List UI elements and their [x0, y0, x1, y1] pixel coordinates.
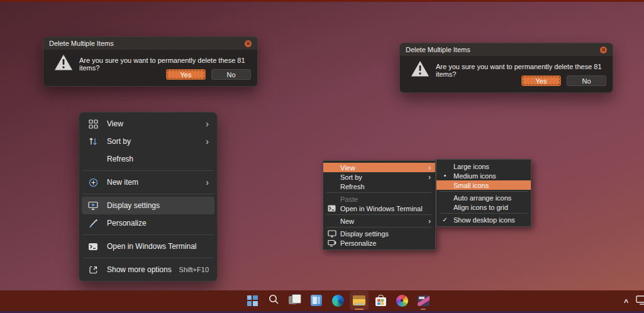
chevron-up-icon[interactable]: ∧ — [623, 297, 629, 304]
widgets-icon — [311, 295, 322, 306]
chevron-right-icon: › — [206, 137, 209, 146]
menu-item-auto-arrange-icons[interactable]: Auto arrange icons — [436, 193, 531, 202]
grid-icon — [87, 119, 99, 129]
menu-item-label: Show more options — [107, 265, 172, 274]
menu-separator — [326, 192, 432, 193]
classic-context-menu: View › Sort by › Refresh Paste Open in W… — [323, 160, 436, 250]
display-icon — [323, 230, 340, 238]
win11-context-menu: View › Sort by › Refresh New item › — [79, 112, 218, 282]
edge-button[interactable] — [328, 291, 347, 310]
menu-item-label: Refresh — [107, 155, 133, 163]
widgets-button[interactable] — [307, 291, 326, 310]
menu-item-label: Auto arrange icons — [453, 194, 511, 202]
menu-item-medium-icons[interactable]: • Medium icons — [436, 171, 531, 180]
search-icon — [268, 294, 279, 307]
close-icon[interactable]: ✕ — [245, 40, 252, 47]
desktop: Delete Multiple Items ✕ Are you sure you… — [0, 0, 644, 313]
delete-dialog-left: Delete Multiple Items ✕ Are you sure you… — [43, 36, 258, 87]
media-app-icon — [418, 295, 430, 306]
store-button[interactable] — [371, 291, 390, 310]
taskbar: ∧ — [0, 290, 644, 311]
menu-item-label: Open in Windows Terminal — [340, 205, 423, 212]
menu-item-paste[interactable]: Paste — [323, 194, 435, 204]
menu-item-display-settings[interactable]: Display settings — [82, 197, 214, 214]
menu-separator — [440, 213, 528, 214]
menu-item-view[interactable]: View › — [323, 163, 435, 172]
menu-item-sort-by[interactable]: Sort by › — [323, 172, 435, 182]
menu-item-align-icons-to-grid[interactable]: Align icons to grid — [436, 202, 531, 212]
menu-item-refresh[interactable]: Refresh — [323, 182, 435, 191]
menu-item-label: Display settings — [107, 201, 160, 210]
menu-item-show-more-options[interactable]: Show more options Shift+F10 — [82, 261, 214, 278]
chevron-right-icon: › — [428, 217, 431, 225]
dialog-body: Are you sure you want to permanently del… — [43, 50, 257, 87]
menu-item-label: Small icons — [453, 182, 489, 189]
file-explorer-icon — [353, 295, 365, 305]
menu-item-large-icons[interactable]: Large icons — [436, 162, 531, 171]
edge-icon — [332, 295, 344, 307]
view-submenu: Large icons • Medium icons Small icons A… — [436, 159, 531, 227]
file-explorer-button[interactable] — [350, 291, 369, 310]
menu-item-label: Align icons to grid — [453, 204, 508, 211]
dialog-body: Are you sure you want to permanently del… — [400, 56, 613, 93]
menu-item-label: Open in Windows Terminal — [107, 242, 197, 251]
dialog-titlebar[interactable]: Delete Multiple Items ✕ — [400, 43, 613, 56]
show-more-icon — [87, 265, 99, 275]
menu-item-label: View — [340, 164, 355, 172]
menu-item-open-terminal[interactable]: Open in Windows Terminal — [323, 204, 435, 213]
personalize-brush-icon — [87, 219, 99, 228]
menu-item-refresh[interactable]: Refresh — [82, 150, 214, 168]
warning-triangle-icon — [54, 54, 73, 74]
yes-button[interactable]: Yes — [521, 75, 561, 86]
no-button[interactable]: No — [211, 69, 251, 80]
menu-separator — [440, 191, 528, 192]
terminal-icon — [323, 205, 340, 212]
menu-item-view[interactable]: View › — [82, 115, 214, 133]
menu-item-label: Personalize — [340, 239, 376, 247]
warning-triangle-icon — [411, 60, 430, 80]
menu-item-show-desktop-icons[interactable]: ✓ Show desktop icons — [436, 215, 531, 224]
menu-item-label: New — [340, 217, 354, 225]
menu-item-shortcut: Shift+F10 — [179, 266, 209, 273]
menu-item-open-terminal[interactable]: Open in Windows Terminal — [82, 238, 214, 255]
search-button[interactable] — [264, 291, 283, 310]
menu-separator — [326, 227, 432, 228]
menu-item-display-settings[interactable]: Display settings — [323, 229, 435, 238]
radio-selected-icon: • — [436, 172, 453, 179]
menu-item-label: Refresh — [340, 183, 365, 190]
start-button[interactable] — [243, 291, 262, 310]
dialog-titlebar[interactable]: Delete Multiple Items ✕ — [43, 37, 257, 50]
display-tray-icon[interactable] — [636, 295, 644, 307]
media-app-button[interactable] — [414, 291, 433, 310]
windows-logo-icon — [247, 295, 258, 306]
menu-item-personalize[interactable]: Personalize — [323, 238, 435, 248]
yes-button[interactable]: Yes — [166, 69, 206, 80]
menu-separator — [82, 170, 214, 171]
pinwheel-icon — [396, 295, 408, 307]
menu-item-sort-by[interactable]: Sort by › — [82, 133, 214, 150]
dialog-title: Delete Multiple Items — [49, 40, 114, 47]
menu-item-label: Sort by — [107, 137, 131, 146]
menu-item-new-item[interactable]: New item › — [82, 173, 214, 191]
menu-item-label: Sort by — [340, 173, 362, 181]
system-tray: ∧ — [624, 290, 644, 311]
menu-item-personalize[interactable]: Personalize — [82, 214, 214, 232]
menu-item-label: View — [107, 119, 123, 128]
menu-item-label: Personalize — [107, 219, 147, 228]
close-icon[interactable]: ✕ — [600, 47, 607, 53]
menu-item-label: Large icons — [453, 163, 489, 170]
pinwheel-app-button[interactable] — [392, 291, 411, 310]
wallpaper-top-band — [0, 0, 644, 2]
terminal-icon — [87, 243, 99, 251]
menu-separator — [326, 214, 432, 215]
menu-item-small-icons[interactable]: Small icons — [436, 180, 531, 190]
store-icon — [375, 297, 386, 306]
chevron-right-icon: › — [428, 164, 431, 172]
no-button[interactable]: No — [567, 75, 606, 86]
menu-separator — [82, 234, 214, 235]
menu-item-new[interactable]: New › — [323, 216, 435, 226]
task-view-button[interactable] — [286, 291, 304, 310]
menu-item-label: New item — [107, 178, 138, 187]
chevron-right-icon: › — [428, 173, 431, 181]
display-settings-icon — [87, 201, 99, 211]
